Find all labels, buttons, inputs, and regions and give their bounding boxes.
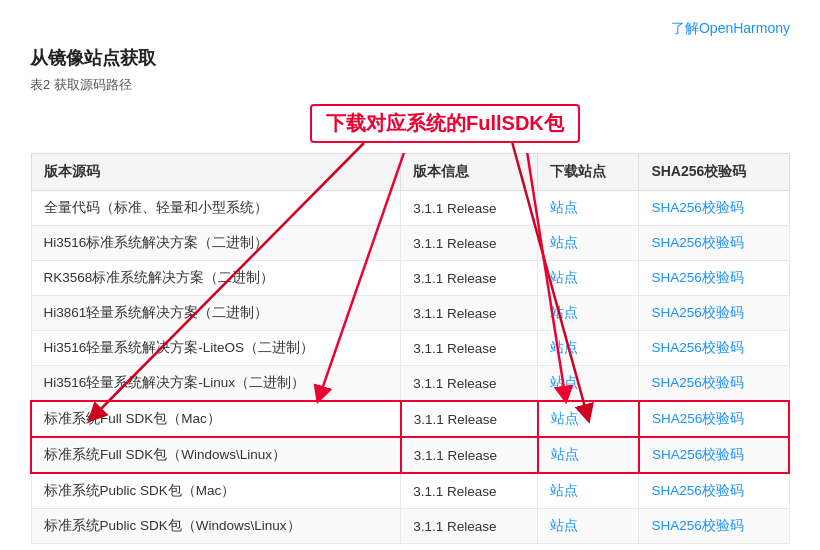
cell-sha[interactable]: SHA256校验码 (639, 331, 789, 366)
cell-site[interactable]: 站点 (538, 401, 639, 437)
table-row: Hi3516轻量系统解决方案-Linux（二进制）3.1.1 Release站点… (31, 366, 789, 402)
site-link[interactable]: 站点 (550, 518, 578, 533)
cell-version: 3.1.1 Release (401, 509, 538, 544)
sha-link[interactable]: SHA256校验码 (651, 483, 743, 498)
sha-link[interactable]: SHA256校验码 (651, 270, 743, 285)
cell-source-name: 标准系统Public SDK包（Mac） (31, 473, 401, 509)
site-link[interactable]: 站点 (550, 305, 578, 320)
table-header-row: 版本源码 版本信息 下载站点 SHA256校验码 (31, 154, 789, 191)
cell-sha[interactable]: SHA256校验码 (639, 261, 789, 296)
cell-source-name: Hi3516标准系统解决方案（二进制） (31, 226, 401, 261)
sha-link[interactable]: SHA256校验码 (652, 447, 744, 462)
cell-version: 3.1.1 Release (401, 226, 538, 261)
cell-sha[interactable]: SHA256校验码 (639, 473, 789, 509)
col-version: 版本信息 (401, 154, 538, 191)
site-link[interactable]: 站点 (551, 411, 579, 426)
cell-version: 3.1.1 Release (401, 331, 538, 366)
table-row: Hi3861轻量系统解决方案（二进制）3.1.1 Release站点SHA256… (31, 296, 789, 331)
table-row: 全量代码（标准、轻量和小型系统）3.1.1 Release站点SHA256校验码 (31, 191, 789, 226)
cell-source-name: 标准系统Public SDK包（Windows\Linux） (31, 509, 401, 544)
col-site: 下载站点 (538, 154, 639, 191)
sha-link[interactable]: SHA256校验码 (651, 340, 743, 355)
cell-site[interactable]: 站点 (538, 226, 639, 261)
site-link[interactable]: 站点 (550, 270, 578, 285)
cell-site[interactable]: 站点 (538, 331, 639, 366)
cell-sha[interactable]: SHA256校验码 (639, 226, 789, 261)
cell-sha[interactable]: SHA256校验码 (639, 296, 789, 331)
table-row: Hi3516轻量系统解决方案-LiteOS（二进制）3.1.1 Release站… (31, 331, 789, 366)
cell-sha[interactable]: SHA256校验码 (639, 509, 789, 544)
annotation-arrows (0, 0, 1, 1)
cell-version: 3.1.1 Release (401, 261, 538, 296)
site-link[interactable]: 站点 (550, 375, 578, 390)
openharmony-link[interactable]: 了解OpenHarmony (671, 20, 790, 36)
cell-version: 3.1.1 Release (401, 437, 538, 473)
cell-version: 3.1.1 Release (401, 473, 538, 509)
table-row: 标准系统Full SDK包（Windows\Linux）3.1.1 Releas… (31, 437, 789, 473)
cell-site[interactable]: 站点 (538, 296, 639, 331)
sha-link[interactable]: SHA256校验码 (651, 305, 743, 320)
cell-sha[interactable]: SHA256校验码 (639, 401, 789, 437)
table-row: 标准系统Public SDK包（Mac）3.1.1 Release站点SHA25… (31, 473, 789, 509)
source-table: 版本源码 版本信息 下载站点 SHA256校验码 全量代码（标准、轻量和小型系统… (30, 153, 790, 544)
col-sha: SHA256校验码 (639, 154, 789, 191)
cell-version: 3.1.1 Release (401, 401, 538, 437)
cell-source-name: Hi3861轻量系统解决方案（二进制） (31, 296, 401, 331)
table-row: RK3568标准系统解决方案（二进制）3.1.1 Release站点SHA256… (31, 261, 789, 296)
sha-link[interactable]: SHA256校验码 (651, 518, 743, 533)
site-link[interactable]: 站点 (550, 200, 578, 215)
cell-site[interactable]: 站点 (538, 473, 639, 509)
annotation-text: 下载对应系统的FullSDK包 (310, 104, 580, 143)
cell-version: 3.1.1 Release (401, 191, 538, 226)
cell-source-name: 全量代码（标准、轻量和小型系统） (31, 191, 401, 226)
cell-source-name: Hi3516轻量系统解决方案-Linux（二进制） (31, 366, 401, 402)
cell-version: 3.1.1 Release (401, 296, 538, 331)
sha-link[interactable]: SHA256校验码 (651, 375, 743, 390)
header-link-area: 了解OpenHarmony (30, 20, 790, 38)
cell-source-name: 标准系统Full SDK包（Windows\Linux） (31, 437, 401, 473)
section-title: 从镜像站点获取 (30, 46, 790, 70)
table-row: 标准系统Public SDK包（Windows\Linux）3.1.1 Rele… (31, 509, 789, 544)
cell-site[interactable]: 站点 (538, 366, 639, 402)
annotation-container: 下载对应系统的FullSDK包 (30, 104, 790, 149)
site-link[interactable]: 站点 (550, 235, 578, 250)
cell-site[interactable]: 站点 (538, 191, 639, 226)
table-row: 标准系统Full SDK包（Mac）3.1.1 Release站点SHA256校… (31, 401, 789, 437)
sha-link[interactable]: SHA256校验码 (651, 200, 743, 215)
site-link[interactable]: 站点 (550, 483, 578, 498)
sha-link[interactable]: SHA256校验码 (651, 235, 743, 250)
cell-site[interactable]: 站点 (538, 437, 639, 473)
cell-version: 3.1.1 Release (401, 366, 538, 402)
cell-sha[interactable]: SHA256校验码 (639, 437, 789, 473)
sha-link[interactable]: SHA256校验码 (652, 411, 744, 426)
table-row: Hi3516标准系统解决方案（二进制）3.1.1 Release站点SHA256… (31, 226, 789, 261)
cell-source-name: 标准系统Full SDK包（Mac） (31, 401, 401, 437)
cell-source-name: Hi3516轻量系统解决方案-LiteOS（二进制） (31, 331, 401, 366)
cell-sha[interactable]: SHA256校验码 (639, 366, 789, 402)
table-label: 表2 获取源码路径 (30, 76, 790, 94)
cell-source-name: RK3568标准系统解决方案（二进制） (31, 261, 401, 296)
cell-site[interactable]: 站点 (538, 509, 639, 544)
cell-site[interactable]: 站点 (538, 261, 639, 296)
site-link[interactable]: 站点 (550, 340, 578, 355)
cell-sha[interactable]: SHA256校验码 (639, 191, 789, 226)
site-link[interactable]: 站点 (551, 447, 579, 462)
table-wrapper: 版本源码 版本信息 下载站点 SHA256校验码 全量代码（标准、轻量和小型系统… (30, 153, 790, 544)
col-source: 版本源码 (31, 154, 401, 191)
